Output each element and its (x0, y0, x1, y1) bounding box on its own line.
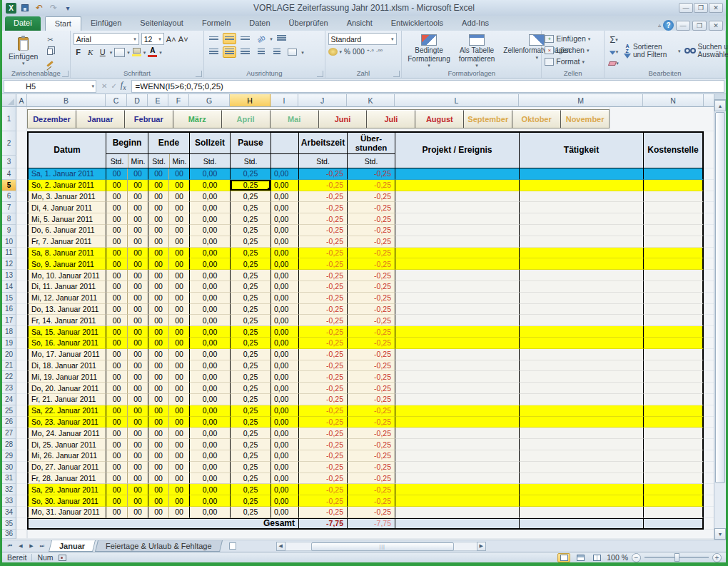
cell-L30[interactable] (395, 462, 519, 473)
cell-G18[interactable]: 0,00 (189, 326, 230, 338)
cell-B10[interactable]: Fr, 7. Januar 2011 (27, 236, 106, 248)
cell-B21[interactable]: Di, 18. Januar 2011 (27, 360, 106, 372)
cell-D30[interactable]: 00 (127, 462, 148, 473)
cell-F7[interactable]: 00 (168, 202, 189, 213)
row-header[interactable]: 20 (2, 349, 16, 360)
cell-C16[interactable]: 00 (106, 304, 127, 315)
cell-K7[interactable]: -0,25 (347, 202, 395, 213)
cell-K27[interactable]: -0,25 (347, 428, 395, 439)
cell-M31[interactable] (519, 473, 643, 485)
cell-L9[interactable] (395, 225, 519, 236)
row-header[interactable]: 7 (2, 202, 16, 213)
cell-K35[interactable]: -7,75 (347, 518, 395, 530)
cell-E27[interactable]: 00 (148, 428, 168, 439)
cell-N33[interactable] (643, 495, 704, 507)
cell-J13[interactable]: -0,25 (298, 270, 347, 281)
cell-I13[interactable]: 0,00 (271, 270, 298, 281)
cell-B34[interactable]: Mo, 31. Januar 2011 (27, 507, 106, 518)
enter-icon[interactable]: ✓ (111, 82, 116, 90)
cell-B23[interactable]: Do, 20. Januar 2011 (27, 383, 106, 394)
cell-G15[interactable]: 0,00 (189, 293, 230, 304)
cell-F22[interactable]: 00 (168, 371, 189, 383)
cell-B25[interactable]: Sa, 22. Januar 2011 (27, 405, 106, 417)
cell-C17[interactable]: 00 (106, 315, 127, 326)
cell-C14[interactable]: 00 (106, 281, 127, 293)
cell-I15[interactable]: 0,00 (271, 293, 298, 304)
cell-M13[interactable] (519, 270, 643, 281)
cell-N31[interactable] (643, 473, 704, 485)
increase-indent-icon[interactable] (270, 46, 283, 58)
cell-H32[interactable]: 0,25 (230, 484, 271, 495)
last-sheet-icon[interactable]: ⏭ (37, 542, 47, 551)
cell-K10[interactable]: -0,25 (347, 236, 395, 248)
cell-J14[interactable]: -0,25 (298, 281, 347, 293)
cell-C10[interactable]: 00 (106, 236, 127, 248)
cell-F32[interactable]: 00 (168, 484, 189, 495)
format-cells-button[interactable]: Format▾ (545, 56, 601, 67)
cell-K11[interactable]: -0,25 (347, 248, 395, 259)
cell-M34[interactable] (519, 507, 643, 518)
row-header[interactable]: 32 (2, 484, 16, 495)
cell-B18[interactable]: Sa, 15. Januar 2011 (27, 326, 106, 338)
wrap-text-icon[interactable] (275, 33, 288, 44)
row-header[interactable]: 29 (2, 450, 16, 462)
cell-F18[interactable]: 00 (168, 326, 189, 338)
tab-start[interactable]: Start (45, 16, 81, 31)
cell-C23[interactable]: 00 (106, 383, 127, 394)
cell-I30[interactable]: 0,00 (271, 462, 298, 473)
cell-E4[interactable]: 00 (148, 168, 168, 180)
cell-E34[interactable]: 00 (148, 507, 168, 518)
cell-J32[interactable]: -0,25 (298, 484, 347, 495)
zoom-slider[interactable] (644, 557, 709, 558)
cell-B5[interactable]: So, 2. Januar 2011 (27, 180, 106, 191)
cell-I21[interactable]: 0,00 (271, 360, 298, 372)
cell-J9[interactable]: -0,25 (298, 225, 347, 236)
cell-N30[interactable] (643, 462, 704, 473)
cell-C33[interactable]: 00 (106, 495, 127, 507)
cell-C8[interactable]: 00 (106, 213, 127, 225)
row-header[interactable]: 10 (2, 236, 16, 248)
cell-B26[interactable]: So, 23. Januar 2011 (27, 417, 106, 428)
cell-D21[interactable]: 00 (127, 360, 148, 372)
cell-I29[interactable]: 0,00 (271, 450, 298, 462)
cell-J21[interactable]: -0,25 (298, 360, 347, 372)
row-header[interactable]: 1 (2, 107, 16, 131)
cell-G19[interactable]: 0,00 (189, 338, 230, 349)
cell-K19[interactable]: -0,25 (347, 338, 395, 349)
copy-icon[interactable] (44, 46, 56, 57)
cell-M6[interactable] (519, 191, 643, 203)
cell-E13[interactable]: 00 (148, 270, 168, 281)
cell-M16[interactable] (519, 304, 643, 315)
cell-E12[interactable]: 00 (148, 258, 168, 270)
cell-E26[interactable]: 00 (148, 417, 168, 428)
cell-K14[interactable]: -0,25 (347, 281, 395, 293)
cell-G4[interactable]: 0,00 (189, 168, 230, 180)
cell-D6[interactable]: 00 (127, 191, 148, 203)
cell-L26[interactable] (395, 417, 519, 428)
cell-B9[interactable]: Do, 6. Januar 2011 (27, 225, 106, 236)
first-sheet-icon[interactable]: ⏮ (5, 542, 15, 551)
row-header[interactable]: 5 (2, 180, 16, 191)
paste-button[interactable]: Einfügen ▾ (5, 33, 41, 69)
cell-F14[interactable]: 00 (168, 281, 189, 293)
cell-G20[interactable]: 0,00 (189, 349, 230, 360)
cell-H28[interactable]: 0,25 (230, 439, 271, 450)
cell-D11[interactable]: 00 (127, 248, 148, 259)
row-header[interactable]: 23 (2, 383, 16, 394)
cell-E7[interactable]: 00 (148, 202, 168, 213)
cell-M20[interactable] (519, 349, 643, 360)
cell-N32[interactable] (643, 484, 704, 495)
cell-M10[interactable] (519, 236, 643, 248)
row-header[interactable]: 6 (2, 191, 16, 203)
cell-M8[interactable] (519, 213, 643, 225)
cell-N4[interactable] (643, 168, 704, 180)
cell-I34[interactable]: 0,00 (271, 507, 298, 518)
name-box[interactable]: H5▾ (4, 80, 96, 93)
cell-E32[interactable]: 00 (148, 484, 168, 495)
cell-D13[interactable]: 00 (127, 270, 148, 281)
cell-C29[interactable]: 00 (106, 450, 127, 462)
cell-J27[interactable]: -0,25 (298, 428, 347, 439)
accounting-format-icon[interactable] (328, 48, 338, 56)
cell-I14[interactable]: 0,00 (271, 281, 298, 293)
cell-D27[interactable]: 00 (127, 428, 148, 439)
